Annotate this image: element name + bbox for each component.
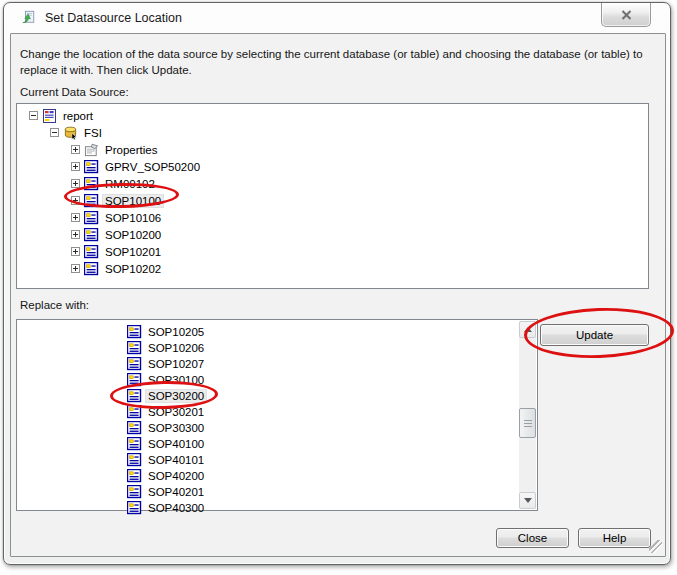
tree-node-label: SOP10200 (103, 229, 163, 241)
expand-plus-icon[interactable] (71, 196, 80, 205)
tree-node-label: FSI (82, 127, 104, 139)
tree-node-label: GPRV_SOP50200 (103, 161, 202, 173)
database-icon (63, 126, 78, 140)
collapse-minus-icon[interactable] (50, 128, 59, 137)
list-row[interactable]: SOP40100 (17, 436, 537, 452)
list-item-label: SOP30200 (146, 390, 206, 402)
tree-row[interactable]: GPRV_SOP50200 (17, 158, 648, 175)
tree-row[interactable]: Properties (17, 141, 648, 158)
tree-row[interactable]: SOP10106 (17, 209, 648, 226)
table-icon (84, 262, 99, 276)
table-icon (127, 485, 142, 499)
table-icon (84, 194, 99, 208)
tree-row[interactable]: SOP10200 (17, 226, 648, 243)
instruction-text: Change the location of the data source b… (20, 46, 643, 78)
title-bar: Set Datasource Location (4, 3, 670, 32)
close-window-button[interactable] (601, 3, 651, 27)
tree-node-label: Properties (103, 144, 159, 156)
replace-with-label: Replace with: (20, 299, 89, 311)
tree-row[interactable]: SOP10100 (17, 192, 648, 209)
list-item-label: SOP30201 (146, 406, 206, 418)
current-data-source-label: Current Data Source: (20, 86, 129, 98)
tree-row[interactable]: SOP10201 (17, 243, 648, 260)
expand-plus-icon[interactable] (71, 230, 80, 239)
list-row[interactable]: SOP10205 (17, 324, 537, 340)
table-icon (84, 211, 99, 225)
list-row[interactable]: SOP40101 (17, 452, 537, 468)
table-icon (84, 160, 99, 174)
set-datasource-location-dialog: Set Datasource Location Change the locat… (3, 2, 671, 565)
list-item-label: SOP30100 (146, 374, 206, 386)
table-icon (127, 453, 142, 467)
list-row[interactable]: SOP40201 (17, 484, 537, 500)
list-item-label: SOP40101 (146, 454, 206, 466)
tree-row[interactable]: report (17, 107, 648, 124)
screenshot-stage: Set Datasource Location Change the locat… (0, 0, 677, 575)
table-icon (127, 405, 142, 419)
list-row[interactable]: SOP30200 (17, 388, 537, 404)
list-item-label: SOP30300 (146, 422, 206, 434)
close-button[interactable]: Close (496, 528, 569, 548)
list-item-label: SOP10207 (146, 358, 206, 370)
table-icon (127, 437, 142, 451)
expand-plus-icon[interactable] (71, 213, 80, 222)
table-icon (127, 373, 142, 387)
table-icon (127, 325, 142, 339)
close-icon (621, 6, 632, 24)
list-item-label: SOP40201 (146, 486, 206, 498)
list-item-label: SOP40100 (146, 438, 206, 450)
expand-plus-icon[interactable] (71, 145, 80, 154)
table-icon (84, 228, 99, 242)
tree-row[interactable]: RM00102 (17, 175, 648, 192)
tree-node-label: SOP10202 (103, 263, 163, 275)
expand-plus-icon[interactable] (71, 247, 80, 256)
expand-plus-icon[interactable] (71, 162, 80, 171)
datasource-document-arrow-icon (21, 10, 37, 26)
dialog-title: Set Datasource Location (45, 11, 182, 25)
instruction-line-1: Change the location of the data source b… (20, 46, 643, 62)
table-icon (127, 469, 142, 483)
list-item-label: SOP40300 (146, 502, 206, 514)
tree-node-label: RM00102 (103, 178, 157, 190)
list-item-label: SOP10205 (146, 326, 206, 338)
properties-icon (84, 143, 99, 157)
list-row[interactable]: SOP40200 (17, 468, 537, 484)
table-icon (127, 421, 142, 435)
list-row[interactable]: SOP30100 (17, 372, 537, 388)
tree-row[interactable]: SOP10202 (17, 260, 648, 277)
list-row[interactable]: SOP30201 (17, 404, 537, 420)
list-row[interactable]: SOP40300 (17, 500, 537, 516)
list-row[interactable]: SOP10206 (17, 340, 537, 356)
table-icon (127, 389, 142, 403)
table-icon (127, 357, 142, 371)
help-button[interactable]: Help (578, 528, 651, 548)
expand-plus-icon[interactable] (71, 264, 80, 273)
instruction-line-2: replace it with. Then click Update. (20, 62, 643, 78)
report-icon (42, 109, 57, 123)
table-icon (84, 245, 99, 259)
list-item-label: SOP40200 (146, 470, 206, 482)
table-icon (84, 177, 99, 191)
list-row[interactable]: SOP10207 (17, 356, 537, 372)
resize-grip[interactable] (649, 540, 662, 553)
current-data-source-tree[interactable]: report FSI Properties GPRV_SOP50200 RM00… (16, 103, 649, 289)
tree-node-label: report (61, 110, 95, 122)
update-button[interactable]: Update (540, 324, 649, 346)
tree-node-label: SOP10100 (103, 195, 163, 207)
list-row[interactable]: SOP30300 (17, 420, 537, 436)
dialog-content-panel: Change the location of the data source b… (10, 33, 666, 557)
tree-node-label: SOP10201 (103, 246, 163, 258)
collapse-minus-icon[interactable] (29, 111, 38, 120)
table-icon (127, 501, 142, 515)
list-item-label: SOP10206 (146, 342, 206, 354)
tree-node-label: SOP10106 (103, 212, 163, 224)
tree-row[interactable]: FSI (17, 124, 648, 141)
expand-plus-icon[interactable] (71, 179, 80, 188)
table-icon (127, 341, 142, 355)
replace-with-list[interactable]: SOP10205 SOP10206 SOP10207 SOP30100 SOP3… (16, 319, 538, 511)
